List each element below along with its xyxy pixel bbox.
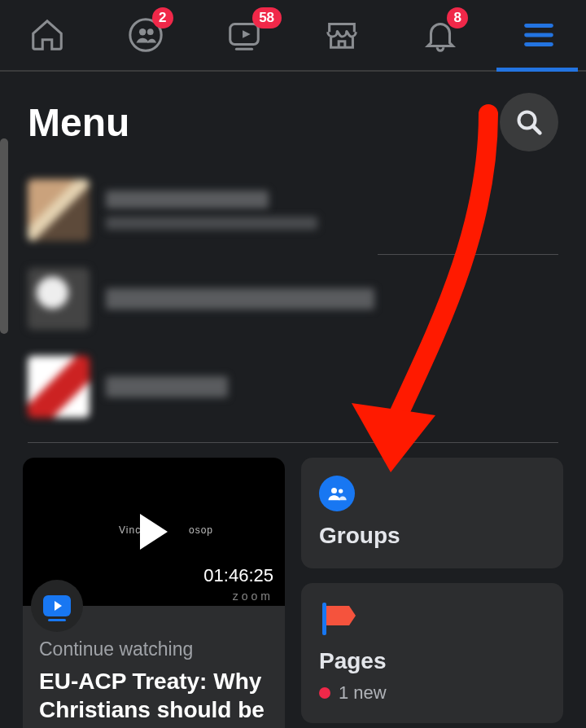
avatar xyxy=(28,356,90,418)
page-title: Menu xyxy=(28,100,129,145)
account-name-redacted xyxy=(106,288,374,309)
svg-point-2 xyxy=(147,29,154,35)
new-indicator-dot xyxy=(319,687,330,699)
nav-friends[interactable]: 2 xyxy=(121,11,170,59)
nav-watch[interactable]: 58 xyxy=(220,11,269,59)
menu-header: Menu xyxy=(0,72,586,160)
marketplace-icon xyxy=(323,16,361,54)
watch-tv-icon xyxy=(43,595,71,616)
pages-label: Pages xyxy=(319,648,545,674)
divider xyxy=(28,442,558,443)
svg-point-11 xyxy=(339,489,343,493)
groups-label: Groups xyxy=(319,523,545,549)
scrollbar-handle[interactable] xyxy=(0,138,8,334)
groups-icon xyxy=(319,476,355,511)
svg-line-9 xyxy=(533,126,540,133)
play-icon xyxy=(140,514,168,550)
notifications-badge: 8 xyxy=(447,7,468,29)
account-list xyxy=(0,160,586,443)
thumbnail-text: osop xyxy=(189,524,213,536)
nav-menu[interactable] xyxy=(514,11,563,59)
nav-home[interactable] xyxy=(23,11,72,59)
hamburger-icon xyxy=(520,16,558,54)
home-icon xyxy=(28,16,66,54)
avatar xyxy=(28,268,90,330)
continue-watching-card[interactable]: Vincer osop 01:46:25 zoom Continue watch… xyxy=(23,458,285,728)
friends-badge: 2 xyxy=(152,7,173,29)
watch-app-badge xyxy=(31,580,83,632)
account-name-redacted xyxy=(106,376,228,397)
groups-tile[interactable]: Groups xyxy=(301,458,563,568)
svg-point-1 xyxy=(139,29,146,35)
svg-point-10 xyxy=(331,488,337,493)
search-button[interactable] xyxy=(500,93,558,151)
video-source-label: zoom xyxy=(233,590,273,603)
pages-new-count: 1 new xyxy=(319,682,545,704)
video-thumbnail[interactable]: Vincer osop 01:46:25 zoom xyxy=(23,458,285,606)
top-navigation: 2 58 8 xyxy=(0,0,586,72)
nav-notifications[interactable]: 8 xyxy=(416,11,465,59)
search-icon xyxy=(513,106,545,138)
account-name-redacted xyxy=(106,191,317,230)
account-row[interactable] xyxy=(28,166,558,254)
menu-cards-grid: Vincer osop 01:46:25 zoom Continue watch… xyxy=(0,458,586,728)
avatar xyxy=(28,179,90,241)
active-tab-indicator xyxy=(496,68,578,72)
pages-flag-icon xyxy=(319,601,355,637)
pages-tile[interactable]: Pages 1 new xyxy=(301,583,563,723)
account-row[interactable] xyxy=(28,255,558,343)
continue-watching-label: Continue watching xyxy=(39,638,269,660)
video-duration: 01:46:25 xyxy=(203,565,273,586)
video-title: EU-ACP Treaty: Why Christians should be … xyxy=(39,667,269,728)
nav-marketplace[interactable] xyxy=(317,11,366,59)
watch-badge: 58 xyxy=(252,7,282,29)
account-row[interactable] xyxy=(28,343,558,431)
